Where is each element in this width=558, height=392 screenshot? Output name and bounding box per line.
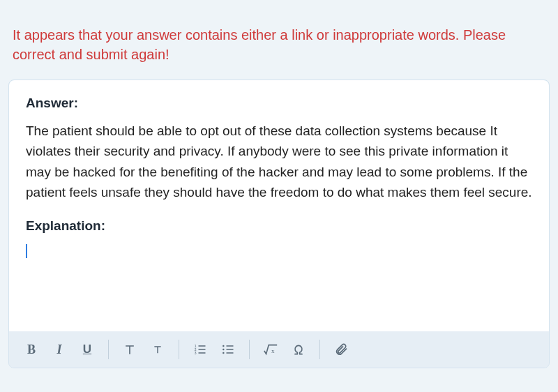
- ordered-list-button[interactable]: 1 2 3: [188, 337, 213, 362]
- text-size-large-button[interactable]: [117, 337, 142, 362]
- toolbar-separator: [319, 340, 320, 359]
- italic-button[interactable]: I: [47, 337, 72, 362]
- answer-heading: Answer:: [26, 96, 532, 111]
- svg-text:x: x: [271, 347, 275, 354]
- underline-button[interactable]: U: [75, 337, 100, 362]
- text-size-small-icon: [152, 344, 163, 355]
- omega-icon: [292, 342, 306, 356]
- toolbar-separator: [249, 340, 250, 359]
- paperclip-icon: [334, 342, 348, 356]
- toolbar-separator: [179, 340, 179, 359]
- answer-body-text[interactable]: The patient should be able to opt out of…: [26, 121, 532, 203]
- unordered-list-button[interactable]: [216, 337, 241, 362]
- validation-error-message: It appears that your answer contains eit…: [0, 0, 558, 70]
- text-size-small-button[interactable]: [145, 337, 170, 362]
- ordered-list-icon: 1 2 3: [193, 342, 207, 356]
- square-root-icon: x: [263, 342, 278, 356]
- explanation-heading: Explanation:: [26, 218, 532, 234]
- svg-text:3: 3: [195, 351, 197, 355]
- bold-button[interactable]: B: [19, 337, 44, 362]
- svg-point-3: [223, 345, 225, 347]
- svg-point-4: [223, 349, 225, 351]
- equation-button[interactable]: x: [258, 337, 283, 362]
- italic-icon: I: [56, 342, 61, 357]
- underline-icon: U: [83, 342, 91, 356]
- toolbar-separator: [108, 340, 109, 359]
- symbol-button[interactable]: [286, 337, 311, 362]
- svg-point-5: [223, 352, 225, 354]
- text-size-large-icon: [123, 342, 137, 356]
- bold-icon: B: [27, 342, 36, 357]
- unordered-list-icon: [221, 342, 235, 356]
- editor-content-area[interactable]: Answer: The patient should be able to op…: [9, 80, 549, 331]
- explanation-input-line[interactable]: [26, 243, 532, 259]
- text-cursor: [26, 244, 27, 258]
- answer-editor: Answer: The patient should be able to op…: [8, 80, 550, 368]
- formatting-toolbar: B I U 1 2 3: [9, 331, 549, 368]
- attachment-button[interactable]: [329, 337, 354, 362]
